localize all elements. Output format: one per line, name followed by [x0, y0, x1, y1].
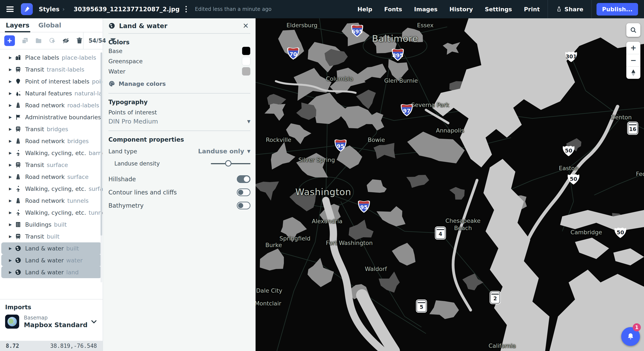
layer-row-administrative-boundaries-admin[interactable]: ▶ Administrative boundaries admin — [1, 111, 101, 123]
layer-row-walking-cycling-etc--tunnels[interactable]: ▶ Walking, cycling, etc. tunnels — [1, 206, 101, 218]
layer-row-road-network-road-labels[interactable]: ▶ Road network road-labels — [1, 99, 101, 111]
layer-row-transit-built[interactable]: ▶ Transit built — [1, 230, 101, 242]
filter-funnel-icon[interactable] — [110, 37, 117, 44]
color-row-base: Base — [108, 46, 250, 56]
map-search-button[interactable] — [626, 23, 640, 37]
layer-row-transit-surface[interactable]: ▶ Transit surface — [1, 159, 101, 171]
interstate-route-shield-95: 95 — [334, 138, 347, 152]
mapbox-studio-logo[interactable] — [21, 3, 33, 15]
duplicate-icon[interactable] — [21, 37, 28, 44]
bathymetry-toggle[interactable] — [237, 202, 250, 209]
layer-row-road-network-tunnels[interactable]: ▶ Road network tunnels — [1, 195, 101, 206]
caret-down-icon: ▼ — [247, 149, 250, 154]
layer-id: transit-labels — [47, 66, 84, 73]
divider — [592, 0, 592, 18]
style-options-kebab-icon[interactable] — [184, 5, 188, 14]
expand-caret-icon[interactable]: ▶ — [9, 67, 15, 72]
component-properties-heading: Component properties — [108, 136, 250, 143]
hide-layer-eye-off-icon[interactable] — [62, 37, 70, 44]
expand-caret-icon[interactable]: ▶ — [9, 258, 15, 262]
delete-layer-trash-icon[interactable] — [76, 37, 83, 44]
expand-caret-icon[interactable]: ▶ — [9, 139, 15, 143]
layer-row-natural-features-natural-labels[interactable]: ▶ Natural features natural-labels — [1, 87, 101, 99]
menu-item-images[interactable]: Images — [408, 6, 444, 12]
hillshade-toggle[interactable] — [237, 175, 250, 183]
compass-icon — [632, 70, 635, 76]
layer-row-road-network-bridges[interactable]: ▶ Road network bridges — [1, 135, 101, 147]
layer-list-scrollbar[interactable] — [100, 52, 102, 282]
base-color-swatch[interactable] — [242, 47, 250, 55]
expand-caret-icon[interactable]: ▶ — [9, 115, 15, 119]
layer-row-land-water-water[interactable]: ▶ Land & water water — [1, 254, 101, 266]
contour-lines-and-cliffs-toggle[interactable] — [237, 188, 250, 196]
basemap-import-item[interactable]: Basemap Mapbox Standard — [5, 314, 98, 329]
greenspace-color-swatch[interactable] — [242, 57, 250, 66]
add-layer-button[interactable]: + — [4, 35, 15, 46]
edited-status: Edited less than a minute ago — [195, 6, 272, 12]
layer-row-point-of-interest-labels-poi-labels[interactable]: ▶ Point of interest labels poi-labels — [1, 76, 101, 87]
close-panel-icon[interactable]: ✕ — [241, 21, 251, 31]
landuse-density-slider[interactable] — [211, 160, 250, 167]
share-button[interactable]: Share — [550, 6, 590, 12]
chevron-down-icon[interactable] — [90, 318, 98, 325]
expand-caret-icon[interactable]: ▶ — [9, 91, 15, 96]
expand-caret-icon[interactable]: ▶ — [9, 175, 15, 179]
menu-item-print[interactable]: Print — [518, 6, 546, 12]
layer-row-transit-transit-labels[interactable]: ▶ Transit transit-labels — [1, 64, 101, 76]
expand-caret-icon[interactable]: ▶ — [9, 163, 15, 167]
slider-knob[interactable] — [225, 160, 232, 166]
globe-icon — [15, 269, 21, 276]
menu-item-help[interactable]: Help — [352, 6, 378, 12]
tab-global[interactable]: Global — [38, 18, 61, 32]
menu-item-history[interactable]: History — [444, 6, 479, 12]
menu-item-settings[interactable]: Settings — [479, 6, 518, 12]
expand-caret-icon[interactable]: ▶ — [9, 56, 15, 60]
color-row-water: Water — [108, 66, 250, 76]
expand-caret-icon[interactable]: ▶ — [9, 127, 15, 131]
breadcrumb-root[interactable]: Styles — [39, 6, 60, 13]
layer-row-transit-bridges[interactable]: ▶ Transit bridges — [1, 123, 101, 135]
manage-colors-button[interactable]: Manage colors — [108, 80, 250, 87]
expand-caret-icon[interactable]: ▶ — [9, 210, 15, 215]
zoom-out-button[interactable]: − — [626, 54, 640, 66]
select-feature-icon[interactable] — [48, 37, 56, 44]
layer-row-walking-cycling-etc--surface[interactable]: ▶ Walking, cycling, etc. surface — [1, 183, 101, 195]
layer-id: bridges — [67, 138, 89, 144]
layer-row-place-labels-place-labels[interactable]: ▶ Place labels place-labels — [1, 52, 101, 64]
transit-icon — [15, 162, 21, 168]
hamburger-menu-icon[interactable] — [6, 6, 14, 12]
interstate-route-shield-70: 70 — [287, 46, 300, 60]
expand-caret-icon[interactable]: ▶ — [9, 222, 15, 226]
tab-layers[interactable]: Layers — [6, 18, 30, 32]
expand-caret-icon[interactable]: ▶ — [9, 234, 15, 238]
zoom-in-button[interactable]: + — [626, 42, 640, 54]
walking-icon — [15, 209, 21, 216]
map-canvas[interactable]: EldersburgEssexBaltimoreColumbiaGlen Bur… — [256, 18, 644, 351]
layer-row-land-water-built[interactable]: ▶ Land & water built — [1, 242, 101, 254]
layer-toolbar: + 54/54 — [0, 32, 103, 50]
layer-id: surface — [67, 174, 88, 180]
menu-item-fonts[interactable]: Fonts — [378, 6, 408, 12]
layer-row-road-network-surface[interactable]: ▶ Road network surface — [1, 171, 101, 183]
expand-caret-icon[interactable]: ▶ — [9, 270, 15, 274]
layer-name: Natural features — [25, 90, 72, 97]
layer-row-land-water-land[interactable]: ▶ Land & water land — [1, 266, 101, 278]
publish-button[interactable]: Publish... — [596, 3, 638, 16]
layer-name: Walking, cycling, etc. — [25, 186, 86, 192]
import-kind: Basemap — [24, 315, 88, 321]
layer-row-buildings-built[interactable]: ▶ Buildings built — [1, 218, 101, 230]
expand-caret-icon[interactable]: ▶ — [9, 198, 15, 203]
poi-font-select[interactable]: DIN Pro Medium ▼ — [108, 118, 250, 125]
group-folder-icon[interactable] — [35, 37, 42, 44]
expand-caret-icon[interactable]: ▶ — [9, 79, 15, 84]
water-color-swatch[interactable] — [242, 67, 250, 76]
style-filename[interactable]: 30395639_121237712087_2.jpg — [74, 6, 180, 13]
expand-caret-icon[interactable]: ▶ — [9, 151, 15, 155]
expand-caret-icon[interactable]: ▶ — [9, 246, 15, 250]
compass-bearing-button[interactable] — [626, 66, 640, 79]
expand-caret-icon[interactable]: ▶ — [9, 103, 15, 107]
land-type-select[interactable]: Landuse only ▼ — [198, 148, 250, 155]
expand-caret-icon[interactable]: ▶ — [9, 186, 15, 191]
imports-section: Imports Basemap Mapbox Standard — [0, 299, 103, 341]
layer-row-walking-cycling-etc--barriers-bridges[interactable]: ▶ Walking, cycling, etc. barriers-bridge… — [1, 147, 101, 159]
